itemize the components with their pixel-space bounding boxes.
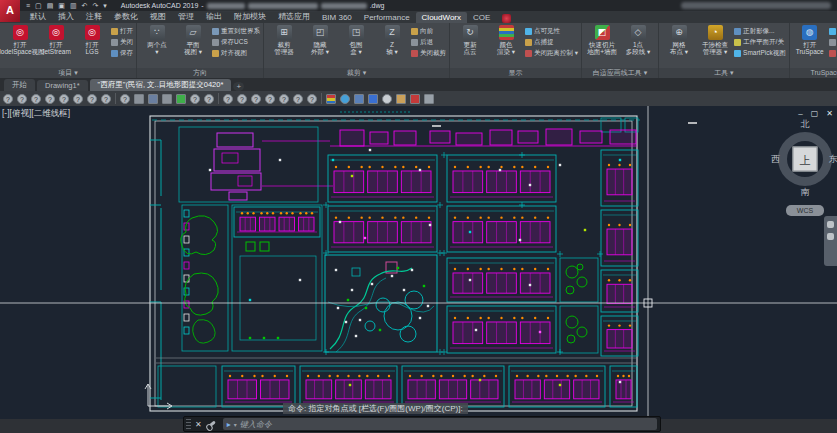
- panel-label[interactable]: TruSpace ▾: [790, 68, 837, 78]
- minimize-icon[interactable]: –: [798, 109, 802, 118]
- file-tab[interactable]: 开始: [4, 79, 35, 91]
- panel-label[interactable]: 工具 ▾: [659, 68, 789, 78]
- ribbon-small-button[interactable]: 点可见性: [525, 27, 578, 36]
- ribbon-small-button[interactable]: 关闭: [111, 38, 133, 47]
- question-icon[interactable]: ?: [120, 94, 130, 104]
- question-icon[interactable]: ?: [17, 94, 27, 104]
- new-file-icon[interactable]: ▢: [35, 0, 42, 11]
- z-axis[interactable]: ZZ轴 ▾: [375, 25, 409, 55]
- ribbon-small-button[interactable]: 对齐视图: [212, 49, 260, 58]
- panel-label[interactable]: 白适应画线工具 ▾: [582, 68, 658, 78]
- ribbon-tab-参数化[interactable]: 参数化: [108, 10, 144, 23]
- save-file-icon[interactable]: ▣: [58, 0, 65, 11]
- new-tab-button[interactable]: +: [233, 82, 244, 91]
- sq-icon[interactable]: [162, 94, 172, 104]
- two-points[interactable]: ∵两个点▾: [140, 25, 174, 55]
- ribbon-tab-注释[interactable]: 注释: [80, 10, 108, 23]
- close-icon[interactable]: ✕: [191, 420, 206, 429]
- viewport-controls-label[interactable]: [-][俯视][二维线框]: [2, 108, 70, 120]
- question-icon[interactable]: ?: [101, 94, 111, 104]
- file-tab[interactable]: Drawing1*: [37, 80, 88, 91]
- question-icon[interactable]: ?: [190, 94, 200, 104]
- crop-manager[interactable]: ⊞裁剪管理器: [267, 25, 301, 55]
- open-lgs[interactable]: ◎打开LGS: [75, 25, 109, 55]
- viewcube-east-label[interactable]: 东: [829, 153, 837, 166]
- person-icon[interactable]: [382, 94, 392, 104]
- question-icon[interactable]: ?: [279, 94, 289, 104]
- open-truspace[interactable]: ◍打开TruSpace: [793, 25, 827, 55]
- ribbon-small-button[interactable]: 向前: [411, 27, 446, 36]
- navigation-bar[interactable]: [824, 216, 837, 266]
- command-line-bar[interactable]: ✕ ▸ ▾ 键入命令: [183, 416, 661, 432]
- ribbon-tab-视图[interactable]: 视图: [144, 10, 172, 23]
- question-icon[interactable]: ?: [307, 94, 317, 104]
- ribbon-small-button[interactable]: 后退: [411, 38, 446, 47]
- open-modelspace-view[interactable]: ◎打开ModelSpace视图: [3, 25, 37, 55]
- viewcube-ring[interactable]: 西 上 东: [778, 132, 832, 186]
- bounding-box[interactable]: ◳包围盒 ▾: [339, 25, 373, 55]
- ribbon-small-button[interactable]: 关闭距离控制 ▾: [525, 49, 578, 58]
- viewcube-top-face[interactable]: 上: [793, 147, 818, 172]
- question-icon[interactable]: ?: [251, 94, 261, 104]
- flag-icon[interactable]: [326, 94, 336, 104]
- chevron-down-icon[interactable]: ▾: [234, 421, 237, 428]
- users-icon[interactable]: [340, 94, 350, 104]
- question-icon[interactable]: ?: [265, 94, 275, 104]
- question-icon[interactable]: ?: [204, 94, 214, 104]
- grid-layout-points[interactable]: ⊕网格布点 ▾: [662, 25, 696, 55]
- win-icon[interactable]: [354, 94, 364, 104]
- plot-icon[interactable]: ▥: [70, 0, 77, 11]
- qat-dropdown-icon[interactable]: ▾: [103, 0, 107, 11]
- ribbon-tab-输出[interactable]: 输出: [200, 10, 228, 23]
- menu-grid-icon[interactable]: ≡: [26, 0, 30, 11]
- ribbon-small-button[interactable]: 关闭裁剪: [411, 49, 446, 58]
- question-icon[interactable]: ?: [293, 94, 303, 104]
- open-jetstream[interactable]: ◎打开JetStream: [39, 25, 73, 55]
- question-icon[interactable]: ?: [237, 94, 247, 104]
- wcs-dropdown[interactable]: WCS: [786, 205, 824, 216]
- panel-label[interactable]: 项目 ▾: [0, 68, 136, 78]
- restore-icon[interactable]: ▢: [811, 109, 819, 118]
- hide-outside[interactable]: ◰隐藏外部 ▾: [303, 25, 337, 55]
- viewcube-south-label[interactable]: 南: [772, 186, 837, 199]
- question-icon[interactable]: ?: [3, 94, 13, 104]
- pencil-icon[interactable]: [396, 94, 406, 104]
- panel-label[interactable]: 裁剪 ▾: [264, 68, 449, 78]
- one-point-polyline[interactable]: ◇1点多段线 ▾: [621, 25, 655, 55]
- quick-slice[interactable]: ◩快速切片地面+墙面: [585, 25, 619, 55]
- question-icon[interactable]: ?: [59, 94, 69, 104]
- drawing-canvas[interactable]: [-][俯视][二维线框] –▢✕ 北 西 上 东 南 WCS 命令: 指定对角…: [0, 106, 837, 433]
- question-icon[interactable]: ?: [73, 94, 83, 104]
- plane-view[interactable]: ▱平面视图 ▾: [176, 25, 210, 55]
- view-cube[interactable]: 北 西 上 东 南 WCS: [772, 118, 837, 222]
- viewcube-west-label[interactable]: 西: [771, 153, 780, 166]
- undo-icon[interactable]: ↶: [82, 0, 88, 11]
- ribbon-small-button[interactable]: 打开: [111, 27, 133, 36]
- ribbon-small-button[interactable]: 同步..: [829, 27, 837, 36]
- clip-icon[interactable]: [424, 94, 434, 104]
- ribbon-tab-performance[interactable]: Performance: [358, 12, 416, 23]
- wrench-icon[interactable]: [207, 420, 216, 428]
- interference-check-manager[interactable]: ◔干涉检查管理器 ▾: [698, 25, 732, 55]
- ribbon-tab-管理[interactable]: 管理: [172, 10, 200, 23]
- question-icon[interactable]: ?: [31, 94, 41, 104]
- question-icon[interactable]: ?: [87, 94, 97, 104]
- ribbon-tab-默认[interactable]: 默认: [24, 10, 52, 23]
- ribbon-small-button[interactable]: 保存UCS: [212, 38, 260, 47]
- panel-label[interactable]: 方向: [137, 68, 263, 78]
- file-tab[interactable]: "西府里"(民宿, 文..目地形图提交0420*: [90, 79, 232, 91]
- viewcube-north-label[interactable]: 北: [772, 118, 837, 131]
- ribbon-small-button[interactable]: 正射影像...: [734, 27, 786, 36]
- search-input[interactable]: [681, 2, 831, 9]
- command-input[interactable]: ▸ ▾ 键入命令: [223, 418, 657, 430]
- mon-icon[interactable]: [368, 94, 378, 104]
- ribbon-tab-bim-360[interactable]: BIM 360: [316, 12, 358, 23]
- update-pointcloud[interactable]: ↻更新点云: [453, 25, 487, 55]
- ribbon-tab-精选应用[interactable]: 精选应用: [272, 10, 316, 23]
- close-icon[interactable]: ✕: [826, 109, 833, 118]
- open-file-icon[interactable]: ▤: [47, 0, 54, 11]
- ribbon-small-button[interactable]: SmartPick视图: [734, 49, 786, 58]
- app-logo-icon[interactable]: A: [0, 0, 20, 22]
- color-render[interactable]: 颜色渲染 ▾: [489, 25, 523, 55]
- ribbon-tab-附加模块[interactable]: 附加模块: [228, 10, 272, 23]
